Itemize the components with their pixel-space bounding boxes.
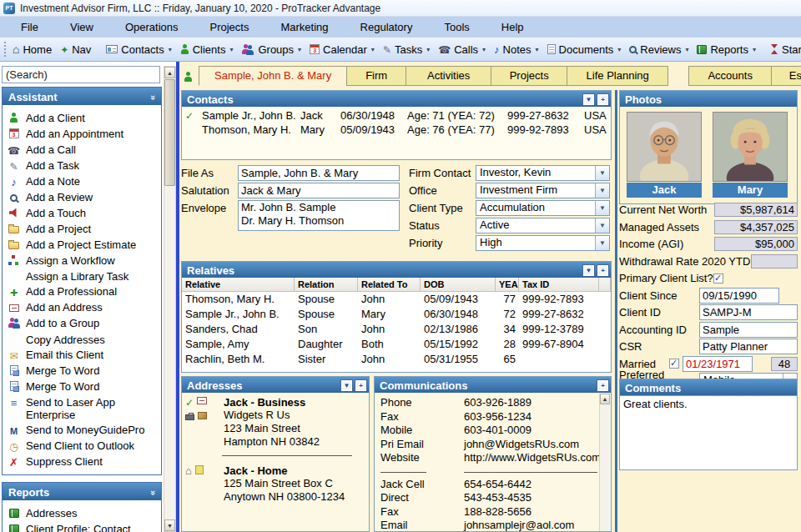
communications-scrollbar[interactable]: ▲ bbox=[599, 394, 610, 531]
menu-projects[interactable]: Projects bbox=[194, 17, 265, 38]
address-entry[interactable]: Jack - Home 125 Main Street Box C Anytow… bbox=[182, 461, 369, 504]
toolbar-calendar-button[interactable]: Calendar▾ bbox=[305, 39, 379, 59]
dropdown-arrow-icon[interactable]: ▼ bbox=[595, 183, 609, 198]
toolbar-reports-button[interactable]: Reports▾ bbox=[693, 39, 760, 59]
assistant-item-add-review[interactable]: Add a Review bbox=[8, 189, 159, 205]
assistant-item-assign-library-task[interactable]: Assign a Library Task bbox=[8, 269, 159, 284]
toolbar-notes-button[interactable]: Notes▾ bbox=[490, 39, 542, 59]
toolbar-documents-button[interactable]: Documents▾ bbox=[543, 39, 626, 59]
comm-row-direct[interactable]: Direct543-453-4535 bbox=[380, 491, 597, 505]
menu-file[interactable]: File bbox=[5, 17, 54, 38]
assistant-item-moneyguidepro[interactable]: Send to MoneyGuidePro bbox=[8, 422, 159, 438]
assistant-item-add-project[interactable]: Add a Project bbox=[8, 221, 159, 237]
tab-accounts[interactable]: Accounts bbox=[688, 66, 772, 86]
sidebar-splitter[interactable] bbox=[176, 62, 179, 532]
status-select[interactable]: Active▼ bbox=[476, 218, 610, 233]
contact-row[interactable]: Sample Jr., John B. Jack 06/30/1948 Age:… bbox=[182, 108, 611, 123]
comm-row-website[interactable]: Websitehttp://www.WidgetsRUs.com bbox=[380, 451, 597, 465]
address-entry[interactable]: Jack - Business Widgets R Us 123 Main St… bbox=[182, 393, 369, 449]
client-type-select[interactable]: Accumulation▼ bbox=[476, 200, 610, 216]
sidebar-scrollbar[interactable]: ▲ ▼ bbox=[164, 66, 176, 532]
reports-item-addresses[interactable]: Addresses bbox=[8, 505, 159, 521]
toolbar-contacts-button[interactable]: Contacts▾ bbox=[102, 39, 175, 59]
dropdown-arrow-icon[interactable]: ▼ bbox=[595, 218, 609, 233]
assistant-item-add-project-estimate[interactable]: Add a Project Estimate bbox=[8, 237, 159, 253]
comm-row-fax-2[interactable]: Fax188-828-5656 bbox=[380, 505, 597, 519]
relative-row[interactable]: Rachlin, Beth M.SisterJohn05/31/195565 bbox=[182, 352, 611, 367]
assistant-item-add-client[interactable]: Add a Client bbox=[8, 110, 159, 126]
assistant-item-suppress-client[interactable]: Suppress Client bbox=[8, 454, 159, 469]
contacts-collapse-button[interactable]: ▼ bbox=[583, 94, 594, 105]
reports-item-client-profile-contact[interactable]: Client Profile: Contact bbox=[8, 521, 159, 532]
addresses-collapse-button[interactable]: ▼ bbox=[341, 380, 352, 391]
office-select[interactable]: Investment Firm▼ bbox=[476, 183, 610, 198]
tab-life-planning[interactable]: Life Planning bbox=[567, 66, 668, 86]
assistant-item-add-touch[interactable]: Add a Touch bbox=[8, 205, 159, 221]
assistant-panel-header[interactable]: Assistant » bbox=[3, 88, 161, 105]
photo-jack[interactable]: Jack bbox=[627, 112, 702, 198]
menu-help[interactable]: Help bbox=[486, 17, 540, 38]
relatives-collapse-button[interactable]: ▼ bbox=[583, 265, 594, 276]
assistant-item-add-note[interactable]: Add a Note bbox=[8, 173, 159, 189]
reports-panel-header[interactable]: Reports » bbox=[3, 483, 161, 500]
client-id-input[interactable] bbox=[699, 304, 798, 320]
toolbar-start-timer-button[interactable]: Start Timer bbox=[767, 39, 801, 59]
scroll-up-button[interactable]: ▲ bbox=[164, 67, 175, 78]
scroll-thumb[interactable] bbox=[164, 79, 175, 186]
dropdown-arrow-icon[interactable]: ▼ bbox=[595, 166, 609, 180]
menu-operations[interactable]: Operations bbox=[109, 17, 194, 38]
csr-input[interactable] bbox=[699, 339, 798, 354]
relatives-add-button[interactable]: + bbox=[597, 265, 608, 276]
menu-regulatory[interactable]: Regulatory bbox=[345, 17, 429, 38]
married-checkbox[interactable] bbox=[669, 359, 679, 369]
toolbar-calls-button[interactable]: Calls▾ bbox=[434, 39, 490, 59]
assistant-item-add-call[interactable]: Add a Call bbox=[8, 142, 159, 158]
tab-estate[interactable]: Estate bbox=[771, 66, 801, 86]
contact-row[interactable]: Thomson, Mary H. Mary 05/09/1943 Age: 76… bbox=[182, 123, 611, 137]
assistant-item-send-outlook[interactable]: Send Client to Outlook bbox=[8, 438, 159, 454]
assistant-item-add-to-group[interactable]: Add to a Group bbox=[8, 315, 159, 332]
assistant-item-add-address[interactable]: Add an Address bbox=[8, 299, 159, 315]
toolbar-groups-button[interactable]: Groups▾ bbox=[237, 39, 305, 59]
menu-marketing[interactable]: Marketing bbox=[264, 17, 344, 38]
communications-add-button[interactable]: + bbox=[597, 380, 608, 391]
photo-mary[interactable]: Mary bbox=[713, 112, 788, 198]
file-as-input[interactable] bbox=[238, 165, 400, 181]
assistant-item-assign-workflow[interactable]: Assign a Workflow bbox=[8, 253, 159, 269]
relative-row[interactable]: Sample, AmyDaughterBoth05/15/199228999-6… bbox=[182, 337, 611, 352]
relative-row[interactable]: Thomson, Mary H.SpouseJohn05/09/19437799… bbox=[182, 292, 611, 307]
addresses-add-button[interactable]: + bbox=[355, 380, 366, 391]
comments-text[interactable]: Great clients. bbox=[620, 395, 797, 469]
envelope-input[interactable]: Mr. John B. Sample Dr. Mary H. Thomson bbox=[238, 200, 400, 231]
comm-row-mobile[interactable]: Mobile603-401-0009 bbox=[380, 424, 597, 438]
assistant-item-laser-app[interactable]: Send to Laser App Enterprise bbox=[8, 394, 159, 422]
collapse-chevron-icon[interactable]: » bbox=[149, 94, 159, 99]
scroll-down-button[interactable]: ▼ bbox=[164, 519, 175, 531]
toolbar-tasks-button[interactable]: Tasks▾ bbox=[379, 39, 434, 59]
comm-row-pri-email[interactable]: Pri Emailjohn@WidgetsRUs.com bbox=[380, 438, 597, 452]
scroll-up-button[interactable]: ▲ bbox=[600, 394, 610, 404]
assistant-item-merge-word-2[interactable]: Merge To Word bbox=[8, 379, 159, 394]
assistant-item-copy-addresses[interactable]: Copy Addresses bbox=[8, 332, 159, 347]
assistant-item-add-task[interactable]: Add a Task bbox=[8, 158, 159, 173]
tab-firm[interactable]: Firm bbox=[346, 66, 406, 86]
tab-projects[interactable]: Projects bbox=[491, 66, 567, 86]
assistant-item-add-appointment[interactable]: Add an Appointment bbox=[8, 126, 159, 142]
assistant-item-add-professional[interactable]: Add a Professional bbox=[8, 284, 159, 299]
collapse-chevron-icon[interactable]: » bbox=[149, 489, 159, 494]
relative-row[interactable]: Sanders, ChadSonJohn02/13/198634999-12-3… bbox=[182, 322, 611, 337]
search-input[interactable] bbox=[2, 66, 160, 83]
comm-row-fax[interactable]: Fax603-956-1234 bbox=[380, 410, 597, 424]
comm-row-email[interactable]: Emailjohnsamplejr@aol.com bbox=[380, 519, 597, 532]
comm-row-jack-cell[interactable]: Jack Cell654-654-6442 bbox=[380, 478, 597, 492]
client-since-input[interactable] bbox=[699, 288, 779, 304]
toolbar-clients-button[interactable]: Clients▾ bbox=[176, 39, 238, 59]
primary-client-list-checkbox[interactable] bbox=[713, 274, 723, 284]
toolbar-home-button[interactable]: Home bbox=[8, 39, 56, 59]
toolbar-reviews-button[interactable]: Reviews▾ bbox=[625, 39, 693, 59]
relative-row[interactable]: Sample Jr., John B.SpouseMary06/30/19487… bbox=[182, 307, 611, 322]
assistant-item-merge-word-1[interactable]: Merge To Word bbox=[8, 363, 159, 379]
assistant-item-email-client[interactable]: Email this Client bbox=[8, 347, 159, 363]
accounting-id-input[interactable] bbox=[699, 322, 798, 338]
menu-view[interactable]: View bbox=[54, 17, 109, 38]
